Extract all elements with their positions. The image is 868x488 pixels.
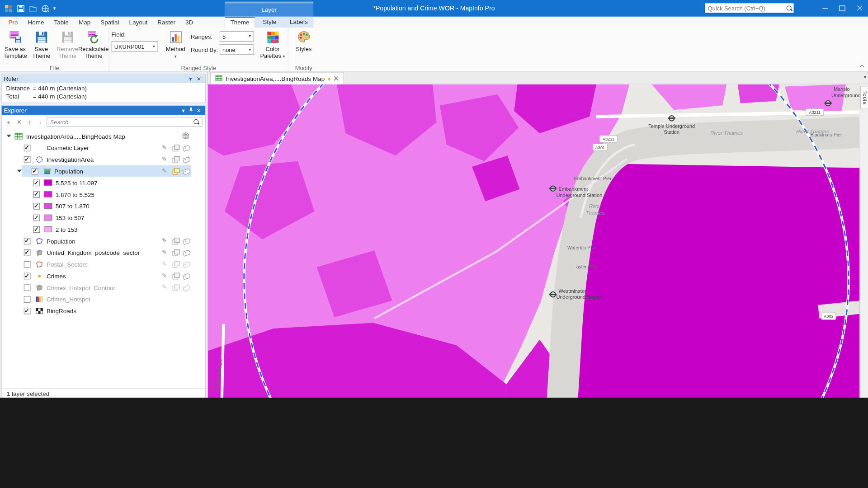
method-button[interactable]: Method▾ [162,29,189,59]
tab-3d[interactable]: 3D [180,17,198,28]
edit-style-icon[interactable]: ✎ [160,167,169,175]
layer-row-uk-postcode-sector[interactable]: United_Kingdom_postcode_sector ✎ [2,247,205,258]
save-icon[interactable] [17,4,25,12]
zoom-range-icon[interactable] [171,249,179,256]
layer-row-population[interactable]: Population ✎ [2,235,205,247]
close-icon[interactable]: ✕ [195,107,203,113]
tab-layout[interactable]: Layout [124,17,153,28]
recalculate-theme-button[interactable]: Recalculate Theme [80,29,107,59]
labels-icon[interactable] [183,237,191,244]
document-tab[interactable]: InvestigationArea,....BingRoads Map ♦ [210,72,344,84]
map-window-icon[interactable] [41,4,49,12]
tab-tools[interactable]: Tools [860,86,868,109]
range-checkbox[interactable] [33,214,40,221]
search-icon[interactable] [785,4,793,12]
layer-checkbox[interactable] [24,145,31,151]
collapse-ribbon-icon[interactable] [860,64,864,68]
explorer-search-input[interactable] [47,119,192,126]
quick-search-input[interactable] [705,5,785,11]
close-tab-icon[interactable] [334,75,339,81]
tab-home[interactable]: Home [23,17,49,28]
edit-style-icon[interactable]: ✎ [160,284,169,291]
layer-checkbox[interactable] [24,284,31,291]
add-layers-icon[interactable]: ＋ [5,118,13,126]
layer-checkbox[interactable] [24,296,31,303]
close-icon[interactable]: ✕ [195,75,203,81]
tab-labels[interactable]: Labels [284,17,314,28]
layer-checkbox[interactable] [24,261,31,267]
zoom-range-icon[interactable] [171,144,179,151]
zoom-range-icon[interactable] [171,260,179,268]
open-icon[interactable] [29,4,37,12]
layer-checkbox[interactable] [24,249,31,256]
field-combo[interactable]: UKURP001 ▾ [112,41,158,52]
labels-icon[interactable] [183,167,191,175]
tab-theme[interactable]: Theme [225,17,255,28]
quick-search[interactable] [704,3,794,13]
ranges-combo[interactable]: 5 ▾ [220,31,254,42]
maximize-button[interactable] [834,0,851,17]
save-theme-button[interactable]: Save Theme [28,29,55,59]
labels-icon[interactable] [183,260,191,268]
round-by-combo[interactable]: none ▾ [220,44,254,55]
app-icon[interactable] [5,4,13,12]
edit-style-icon[interactable]: ✎ [160,144,169,151]
remove-layers-icon[interactable]: ✕ [15,118,23,126]
styles-button[interactable]: Styles [291,29,317,52]
layer-row-bingroads[interactable]: BingRoads [2,305,205,317]
edit-style-icon[interactable]: ✎ [160,249,169,256]
chevron-down-icon[interactable]: ▾ [186,75,194,81]
layer-row-crimes-hotspot-contour[interactable]: Crimes_Hotspot_Contour ✎ [2,282,205,293]
theme-range-row[interactable]: 153 to 507 [2,212,205,224]
map-canvas[interactable]: A3211 A301 A3211 A302 Temple Underground… [208,84,860,398]
range-checkbox[interactable] [33,202,40,209]
move-up-icon[interactable]: ↑ [25,119,33,126]
labels-icon[interactable] [183,155,191,163]
zoom-range-icon[interactable] [171,155,179,163]
save-as-template-button[interactable]: Save as Template [2,29,28,59]
tab-pro[interactable]: Pro [3,17,23,28]
layer-checkbox[interactable] [24,307,31,314]
layer-row-crimes[interactable]: Crimes ✎ [2,270,205,282]
layer-checkbox[interactable] [24,238,31,244]
labels-icon[interactable] [183,272,191,280]
move-down-icon[interactable]: ↓ [36,119,44,126]
globe-icon[interactable] [182,132,189,140]
layer-checkbox[interactable] [24,156,31,163]
range-checkbox[interactable] [33,179,40,186]
pin-icon[interactable] [188,107,195,114]
explorer-search[interactable] [47,117,203,127]
chevron-down-icon[interactable]: ▾ [179,107,187,113]
zoom-range-icon[interactable] [171,284,179,291]
expander-icon[interactable] [7,135,11,137]
theme-range-row[interactable]: 507 to 1.870 [2,200,205,212]
expander-icon[interactable] [17,169,22,172]
labels-icon[interactable] [183,144,191,151]
layer-row-postal-sectors[interactable]: Postal_Sectors ✎ [2,258,205,270]
layer-checkbox[interactable] [24,272,31,279]
window-list-icon[interactable]: ▾ [864,74,867,80]
edit-style-icon[interactable]: ✎ [160,237,169,244]
remove-theme-button[interactable]: Remove Theme [54,29,80,59]
minimize-button[interactable] [816,0,834,17]
theme-range-row[interactable]: 1.870 to 5.525 [2,188,205,200]
layer-row-cosmetic[interactable]: Cosmetic Layer ✎ [2,142,205,154]
edit-style-icon[interactable]: ✎ [160,260,169,268]
close-button[interactable] [851,0,868,17]
search-icon[interactable] [193,118,200,126]
layer-checkbox[interactable] [32,168,38,174]
edit-theme-icon[interactable] [171,167,179,175]
layer-row-population-theme[interactable]: Population ✎ [2,165,205,177]
tab-spatial[interactable]: Spatial [95,17,124,28]
customize-qat-icon[interactable]: ▾ [53,5,56,11]
theme-range-row[interactable]: 5.525 to 11.097 [2,177,205,188]
range-checkbox[interactable] [33,191,40,198]
edit-style-icon[interactable]: ✎ [160,272,169,280]
zoom-range-icon[interactable] [171,237,179,244]
tab-style[interactable]: Style [255,17,284,28]
edit-style-icon[interactable]: ✎ [160,155,169,163]
color-palettes-button[interactable]: Color Palettes ▾ [259,29,286,59]
tab-map[interactable]: Map [74,17,95,28]
layer-row-crimes-hotspot[interactable]: Crimes_Hotspot [2,293,205,305]
layer-row-investigationarea[interactable]: InvestigationArea ✎ [2,154,205,165]
